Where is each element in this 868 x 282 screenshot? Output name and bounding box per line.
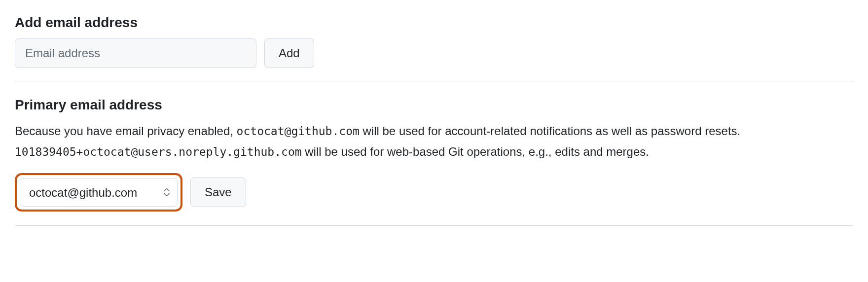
select-highlight-frame: octocat@github.com [15,173,182,212]
add-button[interactable]: Add [264,38,314,68]
desc-part2: will be used for account-related notific… [360,124,740,138]
primary-email-code: octocat@github.com [237,125,360,138]
email-address-input[interactable] [15,38,256,68]
primary-email-description: Because you have email privacy enabled, … [15,121,853,162]
save-button[interactable]: Save [190,177,246,207]
add-email-section: Add email address Add [15,15,853,68]
desc-part1: Because you have email privacy enabled, [15,124,237,138]
add-email-heading: Add email address [15,15,853,31]
primary-email-heading: Primary email address [15,97,853,113]
add-email-row: Add [15,38,853,68]
section-divider-bottom [15,225,853,226]
primary-email-section: Primary email address Because you have e… [15,97,853,212]
primary-email-select[interactable]: octocat@github.com [20,178,178,207]
section-divider [15,81,853,81]
select-wrap: octocat@github.com [20,178,178,207]
desc-part3: will be used for web-based Git operation… [302,145,649,158]
noreply-email-code: 101839405+octocat@users.noreply.github.c… [15,145,302,158]
primary-email-row: octocat@github.com Save [15,173,853,212]
